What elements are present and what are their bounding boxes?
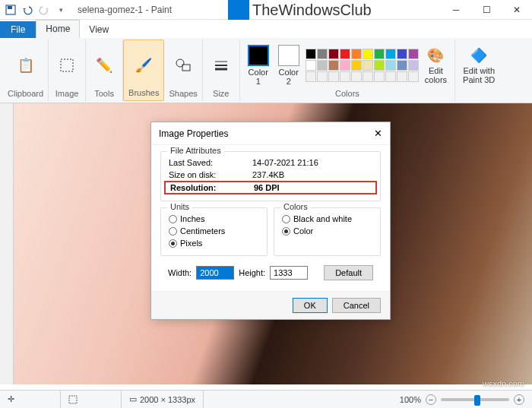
group-label-shapes: Shapes <box>169 89 197 100</box>
close-button[interactable]: ✕ <box>502 0 532 20</box>
default-button[interactable]: Default <box>324 265 373 280</box>
color2-label: Color 2 <box>279 68 299 86</box>
palette-swatch[interactable] <box>363 49 373 59</box>
color-palette[interactable] <box>306 49 419 82</box>
radio-color[interactable]: Color <box>282 225 372 237</box>
radio-pixels[interactable]: Pixels <box>169 237 259 249</box>
palette-swatch[interactable] <box>351 60 362 71</box>
radio-bw[interactable]: Black and white <box>282 213 372 225</box>
color1-label: Color 1 <box>249 68 268 86</box>
zoom-slider[interactable] <box>441 398 509 401</box>
qat-customize-icon[interactable]: ▾ <box>53 2 68 17</box>
paint3d-button[interactable]: 🔷Edit with Paint 3D <box>460 45 498 86</box>
size-button[interactable] <box>207 55 235 76</box>
svg-rect-8 <box>69 396 77 403</box>
palette-swatch[interactable] <box>340 49 350 59</box>
palette-swatch[interactable] <box>363 71 373 82</box>
clipboard-button[interactable]: 📋 <box>12 55 40 76</box>
tab-view[interactable]: View <box>80 21 118 38</box>
palette-swatch[interactable] <box>385 49 396 59</box>
group-label-image: Image <box>55 89 79 100</box>
palette-swatch[interactable] <box>374 49 385 59</box>
shapes-button[interactable] <box>169 55 197 76</box>
zoom-out-button[interactable]: − <box>426 394 436 405</box>
palette-swatch[interactable] <box>408 60 419 71</box>
group-label-size: Size <box>213 89 229 100</box>
cancel-button[interactable]: Cancel <box>332 298 381 313</box>
color1-button[interactable]: Color 1 <box>245 43 272 87</box>
palette-swatch[interactable] <box>408 71 419 82</box>
brush-icon: 🖌️ <box>135 56 153 74</box>
palette-swatch[interactable] <box>328 71 339 82</box>
qat-undo-icon[interactable] <box>20 2 35 17</box>
image-properties-dialog: Image Properties ✕ File Attributes Last … <box>150 122 391 320</box>
color1-swatch <box>248 45 269 66</box>
radio-icon <box>169 239 177 248</box>
color2-button[interactable]: Color 2 <box>275 43 302 87</box>
palette-swatch[interactable] <box>351 49 362 59</box>
tab-file[interactable]: File <box>0 21 36 38</box>
palette-swatch[interactable] <box>306 60 316 71</box>
group-clipboard: 📋 Clipboard <box>3 40 49 101</box>
palette-swatch[interactable] <box>363 60 373 71</box>
palette-swatch[interactable] <box>397 60 407 71</box>
palette-swatch[interactable] <box>385 60 396 71</box>
minimize-button[interactable]: ─ <box>441 0 471 20</box>
ok-button[interactable]: OK <box>293 298 328 313</box>
palette-swatch[interactable] <box>317 60 328 71</box>
edit-colors-icon: 🎨 <box>426 46 445 65</box>
palette-swatch[interactable] <box>340 71 350 82</box>
svg-rect-1 <box>8 6 12 9</box>
palette-swatch[interactable] <box>306 49 316 59</box>
tools-button[interactable]: ✏️ <box>90 55 118 76</box>
pencil-icon: ✏️ <box>95 56 113 74</box>
palette-swatch[interactable] <box>306 71 316 82</box>
palette-swatch[interactable] <box>397 71 407 82</box>
height-input[interactable] <box>270 266 308 280</box>
tab-home[interactable]: Home <box>36 20 80 38</box>
palette-swatch[interactable] <box>328 49 339 59</box>
palette-swatch[interactable] <box>351 71 362 82</box>
maximize-button[interactable]: ☐ <box>471 0 502 20</box>
qat-redo-icon[interactable] <box>36 2 52 17</box>
brand-text: TheWindowsClub <box>252 2 372 19</box>
palette-swatch[interactable] <box>317 71 328 82</box>
zoom-thumb[interactable] <box>474 395 480 406</box>
svg-rect-2 <box>61 59 73 71</box>
width-input[interactable] <box>196 266 234 280</box>
brushes-button[interactable]: 🖌️ <box>130 55 157 76</box>
size-icon <box>212 56 230 74</box>
group-label-brushes: Brushes <box>128 88 159 99</box>
palette-swatch[interactable] <box>374 71 385 82</box>
zoom-in-button[interactable]: + <box>514 394 524 405</box>
group-label-clipboard: Clipboard <box>8 89 43 100</box>
palette-swatch[interactable] <box>317 49 328 59</box>
radio-centimeters[interactable]: Centimeters <box>169 225 259 237</box>
paint3d-icon: 🔷 <box>470 46 488 65</box>
palette-swatch[interactable] <box>408 49 419 59</box>
row-size-on-disk: Size on disk:237.4KB <box>169 169 372 181</box>
group-size: Size <box>203 40 240 101</box>
dimensions-row: Width: Height: Default <box>160 262 381 283</box>
image-select-button[interactable] <box>53 55 81 76</box>
radio-inches[interactable]: Inches <box>169 213 259 225</box>
palette-swatch[interactable] <box>328 60 339 71</box>
palette-swatch[interactable] <box>385 71 396 82</box>
status-dimensions: ▭2000 × 1333px <box>122 391 204 408</box>
cursor-icon: ✛ <box>8 394 14 404</box>
qat-save-icon[interactable] <box>3 2 18 17</box>
fieldset-file-attributes: File Attributes Last Saved:14-07-2021 21… <box>160 151 381 201</box>
palette-swatch[interactable] <box>340 60 350 71</box>
group-paint3d: 🔷Edit with Paint 3D <box>455 40 502 101</box>
dimensions-icon: ▭ <box>129 394 137 404</box>
palette-swatch[interactable] <box>374 60 385 71</box>
edit-colors-button[interactable]: 🎨Edit colors <box>422 45 450 86</box>
group-label-tools: Tools <box>94 89 114 100</box>
radio-icon <box>282 227 290 236</box>
group-label-colors: Colors <box>335 89 359 100</box>
dialog-close-icon[interactable]: ✕ <box>374 128 382 139</box>
watermark: wsxdn.com <box>483 379 524 388</box>
ruler-vertical <box>0 103 14 384</box>
group-colors: Color 1 Color 2 🎨Edit colors Colors <box>240 40 455 101</box>
palette-swatch[interactable] <box>397 49 407 59</box>
